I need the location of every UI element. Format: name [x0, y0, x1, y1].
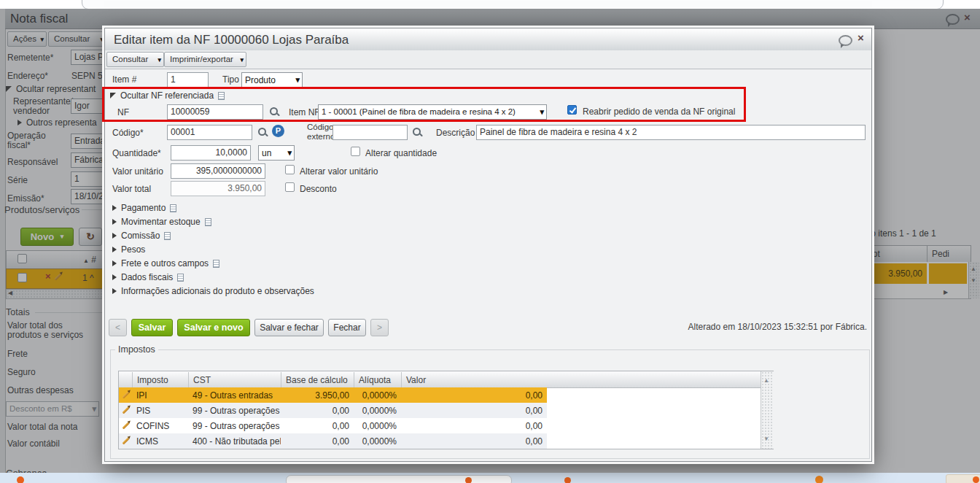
section-informacoes-adicionais-label: Informações adicionais do produto e obse… [121, 286, 314, 296]
header-aliquota[interactable]: Alíquota [354, 372, 401, 387]
cell-valor: 0,00 [401, 418, 547, 433]
chevron-down-icon: ▾ [158, 55, 161, 65]
taskbar-badge-icon[interactable] [17, 476, 24, 483]
alterar-quantidade-checkbox[interactable] [351, 147, 360, 156]
toolbar-consultar[interactable]: Consultar ▾ [106, 52, 164, 67]
alterar-valor-unitario-checkbox[interactable] [285, 165, 295, 174]
note-icon[interactable] [177, 274, 184, 282]
comment-icon[interactable] [839, 35, 852, 46]
product-info-icon[interactable]: P [272, 125, 284, 137]
valor-total-label: Valor total [112, 184, 151, 194]
fechar-button[interactable]: Fechar [328, 319, 366, 336]
cell-valor: 0,00 [401, 387, 547, 403]
scroll-up-icon[interactable]: ▲ [763, 377, 769, 384]
section-pagamento[interactable]: Pagamento [112, 203, 176, 213]
codigo-input[interactable]: 00001 [167, 125, 252, 140]
unidade-select[interactable]: un ▾ [258, 145, 295, 161]
cell-base: 0,00 [281, 403, 354, 418]
section-movimentar-estoque-label: Movimentar estoque [121, 217, 201, 227]
salvar-e-fechar-button[interactable]: Salvar e fechar [254, 319, 324, 336]
next-item-button[interactable]: > [370, 319, 389, 336]
note-icon[interactable] [170, 204, 176, 212]
triangle-collapsed-icon [112, 205, 117, 211]
product-badge-glyph: P [276, 126, 281, 135]
search-icon[interactable] [412, 127, 422, 137]
section-comissao[interactable]: Comissão [112, 231, 171, 241]
cell-cst: 99 - Outras operações [188, 418, 281, 433]
toolbar-imprimir-exportar[interactable]: Imprimir/exportar ▾ [164, 52, 246, 67]
section-dados-fiscais[interactable]: Dados fiscais [112, 272, 184, 282]
valor-unitario-label: Valor unitário [112, 166, 163, 177]
taskbar-badge-icon[interactable] [564, 477, 571, 483]
note-icon[interactable] [213, 260, 219, 268]
triangle-collapsed-icon [112, 233, 117, 239]
descricao-label: Descrição [436, 128, 475, 138]
taskbar-badge-icon[interactable] [973, 476, 979, 483]
cell-base: 0,00 [281, 418, 354, 433]
codigo-externo-input[interactable] [332, 125, 408, 140]
section-informacoes-adicionais[interactable]: Informações adicionais do produto e obse… [112, 286, 314, 296]
alterar-quantidade-label[interactable]: Alterar quantidade [365, 148, 437, 158]
section-frete-outros-label: Frete e outros campos [121, 258, 209, 268]
quantidade-input[interactable]: 10,0000 [171, 145, 251, 161]
section-pagamento-label: Pagamento [121, 203, 166, 213]
cell-valor: 0,00 [401, 403, 547, 418]
triangle-collapsed-icon [112, 247, 117, 252]
descricao-input[interactable]: Painel de fibra de madeira e resina 4 x … [476, 125, 866, 140]
cell-aliquota: 0,0000% [354, 387, 401, 403]
cell-imposto: PIS [132, 403, 188, 418]
triangle-collapsed-icon [112, 288, 117, 294]
close-icon[interactable]: × [858, 33, 864, 43]
note-icon[interactable] [205, 218, 211, 226]
item-number-input[interactable]: 1 [167, 72, 209, 88]
search-icon[interactable] [257, 127, 268, 137]
triangle-collapsed-icon [112, 274, 117, 280]
valor-total-input: 3.950,00 [171, 181, 265, 196]
taskbar-badge-icon[interactable] [815, 476, 823, 483]
cell-cst: 99 - Outras operações [188, 403, 281, 418]
toolbar-consultar-label: Consultar [112, 55, 148, 63]
desconto-label[interactable]: Desconto [300, 184, 337, 194]
desconto-checkbox[interactable] [285, 182, 295, 192]
cell-base: 0,00 [281, 433, 354, 449]
header-imposto[interactable]: Imposto [132, 372, 188, 387]
header-valor[interactable]: Valor [401, 372, 547, 387]
section-pesos[interactable]: Pesos [112, 244, 145, 255]
note-icon[interactable] [164, 232, 171, 240]
alterar-valor-unitario-label[interactable]: Alterar valor unitário [300, 166, 378, 177]
chevron-down-icon: ▾ [287, 148, 292, 158]
salvar-e-novo-button[interactable]: Salvar e novo [177, 319, 250, 336]
section-comissao-label: Comissão [121, 231, 160, 241]
cell-base: 3.950,00 [281, 387, 354, 403]
tipo-select[interactable]: Produto ▾ [241, 72, 303, 88]
prev-item-button[interactable]: < [109, 319, 127, 336]
tipo-select-value: Produto [245, 75, 276, 85]
codigo-externo-line1: Código [307, 123, 335, 132]
codigo-externo-label: Código externo [307, 123, 335, 142]
quantidade-label: Quantidade* [112, 148, 161, 158]
impostos-legend: Impostos [115, 344, 158, 355]
salvar-button[interactable]: Salvar [131, 319, 173, 336]
scroll-down-icon[interactable]: ▼ [763, 436, 769, 442]
section-movimentar-estoque[interactable]: Movimentar estoque [112, 217, 211, 227]
cell-valor: 0,00 [401, 433, 547, 449]
section-frete-outros[interactable]: Frete e outros campos [112, 258, 219, 268]
taskbar-item[interactable] [286, 475, 512, 483]
cell-aliquota: 0,0000% [354, 403, 401, 418]
valor-unitario-input[interactable]: 395,0000000000 [171, 163, 265, 179]
taskbar-badge-icon[interactable] [465, 477, 472, 483]
triangle-collapsed-icon [112, 260, 117, 266]
cell-cst: 400 - Não tributada pel... [188, 433, 281, 449]
annotation-highlight-box [102, 87, 746, 122]
cell-imposto: IPI [132, 387, 188, 403]
unidade-select-value: un [262, 148, 271, 158]
triangle-collapsed-icon [112, 219, 117, 225]
codigo-externo-line2: externo [307, 132, 335, 142]
cell-cst: 49 - Outras entradas [188, 387, 281, 403]
chevron-down-icon: ▾ [240, 55, 244, 65]
impostos-table: Imposto CST Base de cálculo Alíquota Val… [118, 371, 774, 449]
header-base[interactable]: Base de cálculo [281, 372, 354, 387]
header-cst[interactable]: CST [188, 372, 281, 387]
cell-imposto: COFINS [132, 418, 188, 433]
dialog-title: Editar item da NF 10000060 Lojas Paraíba [114, 33, 349, 47]
